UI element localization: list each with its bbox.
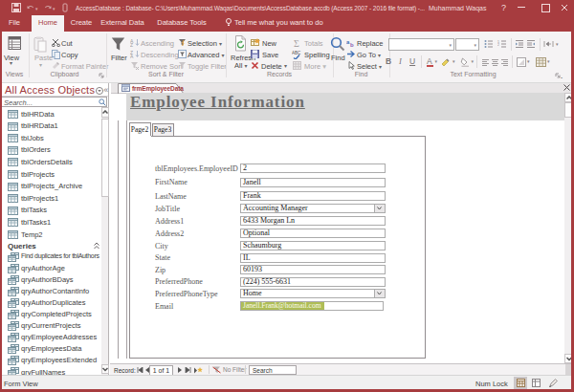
svg-text:ABC: ABC	[292, 51, 301, 55]
svg-text:A: A	[130, 54, 134, 58]
svg-text:2: 2	[497, 43, 499, 47]
svg-text:Σ: Σ	[294, 38, 299, 48]
svg-text:b: b	[350, 42, 354, 47]
svg-text:Z: Z	[130, 42, 133, 47]
